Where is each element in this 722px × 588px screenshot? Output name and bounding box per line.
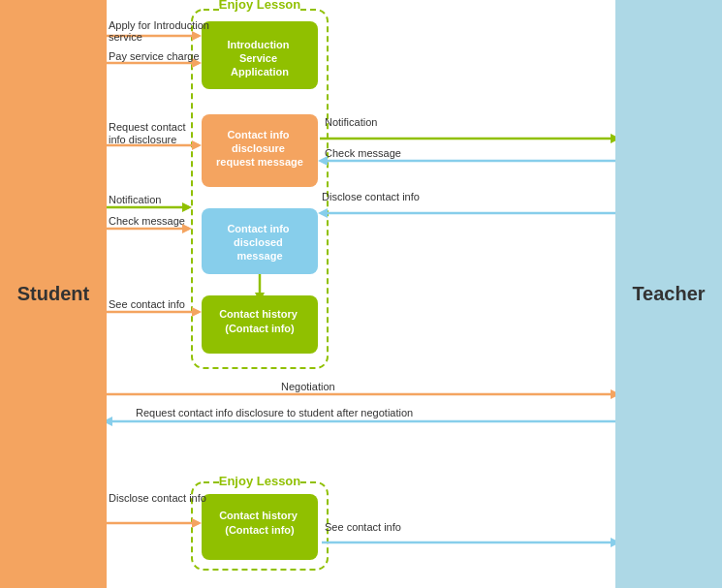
svg-text:Request contact info disclosur: Request contact info disclosure to stude…	[136, 407, 413, 418]
student-column: Student	[0, 0, 107, 588]
svg-marker-15	[192, 31, 202, 41]
svg-rect-4	[202, 21, 318, 89]
svg-marker-25	[182, 202, 192, 212]
svg-text:Introduction
        Service
 : Introduction Service Application	[227, 39, 292, 77]
svg-marker-37	[318, 156, 328, 166]
svg-rect-0	[192, 10, 328, 368]
svg-rect-50	[202, 494, 318, 560]
svg-rect-10	[202, 295, 318, 354]
student-label: Student	[17, 283, 89, 305]
svg-text:Disclose contact info: Disclose contact info	[109, 492, 206, 504]
svg-marker-54	[192, 518, 202, 528]
svg-text:Notification: Notification	[325, 116, 377, 128]
svg-text:Contact history
        (Conta: Contact history (Contact info)	[219, 510, 300, 536]
svg-marker-21	[192, 140, 202, 150]
teacher-column: Teacher	[615, 0, 722, 588]
svg-text:Contact history
        (Conta: Contact history (Contact info)	[219, 308, 300, 334]
diagram-container: Student Enjoy Lesson Enjoy Lesson Introd…	[0, 0, 722, 588]
svg-rect-2	[221, 0, 300, 12]
svg-text:Check message: Check message	[109, 215, 185, 227]
svg-text:Enjoy Lesson: Enjoy Lesson	[219, 474, 301, 488]
main-area: Enjoy Lesson Enjoy Lesson Introduction S…	[107, 0, 615, 588]
svg-rect-48	[221, 475, 300, 488]
svg-marker-45	[107, 417, 112, 426]
svg-text:Pay service charge: Pay service charge	[109, 50, 200, 62]
svg-text:Disclose contact info: Disclose contact info	[322, 191, 420, 202]
arrows-svg: Enjoy Lesson Enjoy Lesson Introduction S…	[107, 0, 615, 588]
svg-rect-6	[202, 114, 318, 187]
svg-text:Check message: Check message	[325, 147, 401, 159]
svg-text:Negotiation: Negotiation	[281, 381, 335, 392]
svg-text:Enjoy Lesson: Enjoy Lesson	[219, 0, 301, 9]
svg-marker-18	[192, 58, 202, 68]
teacher-label: Teacher	[632, 283, 705, 305]
svg-rect-8	[202, 208, 318, 274]
svg-rect-47	[192, 482, 328, 570]
svg-marker-40	[318, 208, 328, 218]
svg-text:Notification: Notification	[109, 194, 161, 205]
svg-text:See contact info: See contact info	[109, 298, 185, 310]
svg-marker-28	[182, 224, 192, 233]
svg-marker-13	[255, 293, 265, 302]
svg-text:Enjoy Lesson: Enjoy Lesson	[219, 0, 301, 12]
svg-text:Contact info
        disclosur: Contact info disclosure request message	[216, 129, 303, 168]
svg-text:Contact info
        disclosed: Contact info disclosed message	[227, 223, 292, 262]
svg-text:See contact info: See contact info	[325, 521, 401, 533]
svg-text:Request contact
        info d: Request contact info disclosure	[109, 121, 189, 145]
svg-text:Apply for Introduction
       : Apply for Introduction service	[109, 19, 212, 43]
svg-marker-31	[192, 307, 202, 317]
